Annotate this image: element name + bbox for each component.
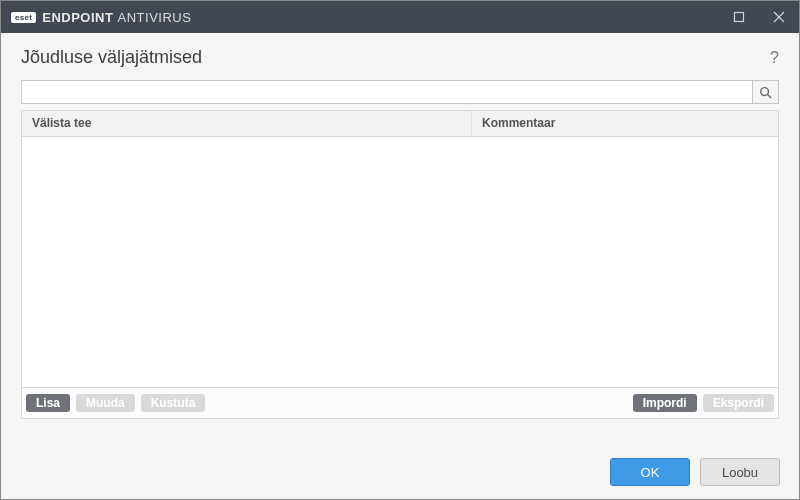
add-button[interactable]: Lisa	[26, 394, 70, 412]
help-button[interactable]: ?	[770, 49, 779, 67]
table-body[interactable]	[22, 137, 778, 387]
titlebar: eset ENDPOINT ANTIVIRUS	[1, 1, 799, 33]
import-button[interactable]: Impordi	[633, 394, 697, 412]
search-icon	[759, 86, 772, 99]
svg-line-4	[768, 94, 772, 98]
close-button[interactable]	[759, 1, 799, 33]
edit-button: Muuda	[76, 394, 135, 412]
svg-point-3	[761, 87, 769, 95]
action-bar: Lisa Muuda Kustuta Impordi Ekspordi	[21, 388, 779, 419]
column-path[interactable]: Välista tee	[22, 111, 472, 136]
svg-rect-0	[735, 13, 744, 22]
search-button[interactable]	[753, 80, 779, 104]
content-area: Välista tee Kommentaar Lisa Muuda Kustut…	[1, 80, 799, 429]
search-row	[21, 80, 779, 104]
column-comment[interactable]: Kommentaar	[472, 111, 778, 136]
exclusions-table: Välista tee Kommentaar	[21, 110, 779, 388]
maximize-icon	[733, 11, 745, 23]
close-icon	[773, 11, 785, 23]
table-header: Välista tee Kommentaar	[22, 111, 778, 137]
page-header: Jõudluse väljajätmised ?	[1, 33, 799, 80]
app-title: ENDPOINT ANTIVIRUS	[42, 10, 191, 25]
export-button: Ekspordi	[703, 394, 774, 412]
cancel-button[interactable]: Loobu	[700, 458, 780, 486]
delete-button: Kustuta	[141, 394, 206, 412]
footer: OK Loobu	[0, 444, 800, 500]
maximize-button[interactable]	[719, 1, 759, 33]
brand-badge: eset	[11, 12, 36, 23]
ok-button[interactable]: OK	[610, 458, 690, 486]
search-input[interactable]	[21, 80, 753, 104]
page-title: Jõudluse väljajätmised	[21, 47, 202, 68]
